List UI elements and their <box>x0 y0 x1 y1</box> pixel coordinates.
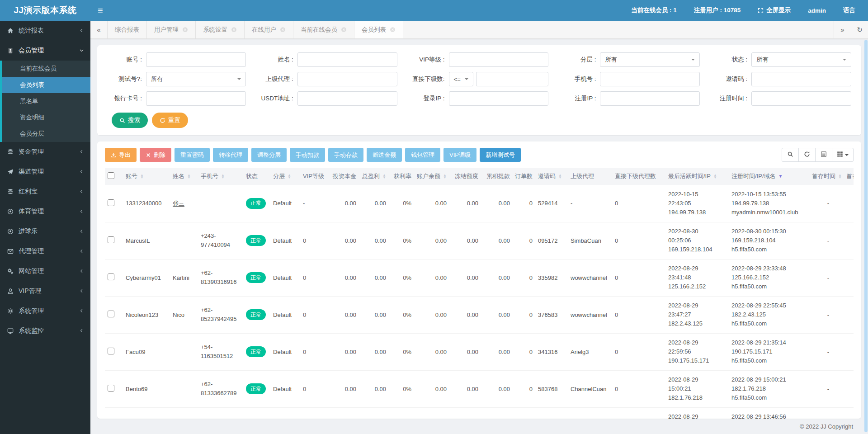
toolbar-button-2[interactable]: 重置密码 <box>175 148 210 162</box>
tab-close-icon[interactable] <box>390 27 396 33</box>
tab-1[interactable]: 用户管理 <box>147 21 196 38</box>
field-input[interactable] <box>751 72 851 86</box>
tab-4[interactable]: 当前在线会员 <box>293 21 354 38</box>
tab-close-icon[interactable] <box>280 27 286 33</box>
paper-plane-icon <box>6 169 14 175</box>
field-input[interactable] <box>449 52 549 67</box>
navbar-item-0[interactable]: 当前在线会员 : 1 <box>631 6 677 14</box>
navbar-item-4[interactable]: 语言 <box>843 6 855 14</box>
toolbar-button-7[interactable]: 赠送金额 <box>367 148 402 162</box>
field-select[interactable]: 所有 <box>600 52 700 67</box>
tab-5[interactable]: 会员列表 <box>354 21 403 38</box>
column-header-7[interactable]: 总盈利▲▼ <box>359 168 389 185</box>
sidebar-item-head[interactable]: 系统监控 <box>0 321 90 341</box>
toolbar-button-8[interactable]: 钱包管理 <box>405 148 440 162</box>
column-header-18[interactable]: 首存时间▲▼ <box>809 168 847 185</box>
field-select[interactable]: 所有 <box>751 52 851 67</box>
compare-operator-select[interactable]: <= <box>449 72 473 86</box>
field-input[interactable] <box>297 52 397 67</box>
column-header-1[interactable]: 姓名▲▼ <box>170 168 198 185</box>
row-checkbox[interactable] <box>108 199 114 206</box>
sidebar-subitem[interactable]: 当前在线会员 <box>2 61 90 77</box>
sidebar-item-head[interactable]: 渠道管理 <box>0 162 90 182</box>
toolbar-button-3[interactable]: 转移代理 <box>213 148 248 162</box>
field-input[interactable] <box>297 91 397 106</box>
tab-close-icon[interactable] <box>231 27 237 33</box>
table-row: Cyberarmy01Kartini+62-81390316916正常Defau… <box>105 259 854 296</box>
select-all-checkbox[interactable] <box>108 172 114 179</box>
tool-list-button[interactable] <box>815 148 832 162</box>
cell-frozen: 0.00 <box>449 222 481 259</box>
column-header-19[interactable]: 首存金额▲▼ <box>847 168 854 185</box>
toolbar-button-1[interactable]: 删除 <box>140 148 171 162</box>
tab-2[interactable]: 系统设置 <box>196 21 245 38</box>
toolbar-button-5[interactable]: 手动扣款 <box>290 148 325 162</box>
tool-search-button[interactable] <box>782 148 799 162</box>
tabs-refresh-button[interactable]: ↻ <box>851 21 868 38</box>
row-checkbox[interactable] <box>108 311 114 317</box>
sort-arrows-icon: ▲▼ <box>221 174 225 179</box>
row-checkbox[interactable] <box>108 274 114 280</box>
tab-close-icon[interactable] <box>182 27 188 33</box>
sidebar-item-head[interactable]: 资金管理 <box>0 142 90 162</box>
tool-grid-button[interactable] <box>832 148 854 162</box>
field-select[interactable]: 所有 <box>146 72 246 86</box>
sidebar-item-head[interactable]: 系统管理 <box>0 301 90 321</box>
row-checkbox[interactable] <box>108 348 114 354</box>
field-input[interactable] <box>146 52 246 67</box>
column-header-16[interactable]: 最后活跃时间/IP▲▼ <box>665 168 729 185</box>
toolbar-button-9[interactable]: VIP调级 <box>443 148 476 162</box>
chevron-down-icon <box>79 47 84 54</box>
sidebar-item-head[interactable]: 体育管理 <box>0 202 90 222</box>
sidebar-item-head[interactable]: 会员管理 <box>0 41 90 61</box>
toolbar-button-10[interactable]: 新增测试号 <box>480 148 521 162</box>
sidebar-item-head[interactable]: 网站管理 <box>0 261 90 281</box>
tool-refresh-button[interactable] <box>798 148 816 162</box>
field-input[interactable] <box>146 91 246 106</box>
reset-button[interactable]: 重置 <box>152 113 188 128</box>
sidebar-subitem[interactable]: 会员列表 <box>2 77 90 93</box>
field-input[interactable] <box>476 72 549 86</box>
navbar-item-3[interactable]: admin <box>808 7 826 14</box>
column-header-0[interactable]: 账号▲▼ <box>123 168 170 185</box>
navbar-item-1[interactable]: 注册用户 : 10785 <box>694 6 741 14</box>
field-input[interactable] <box>297 72 397 86</box>
column-header-9[interactable]: 账户余额▲▼ <box>414 168 449 185</box>
sidebar-item-head[interactable]: 进球乐 <box>0 222 90 241</box>
tab-close-icon[interactable] <box>341 27 347 33</box>
cell-first-deposit-time: - <box>809 370 847 407</box>
field-label: VIP等级 : <box>407 56 449 64</box>
sidebar-item-head[interactable]: 代理管理 <box>0 241 90 261</box>
toolbar-button-4[interactable]: 调整分层 <box>251 148 287 162</box>
field-input[interactable] <box>600 91 700 106</box>
cell-orders: 0 <box>513 259 535 296</box>
column-header-2[interactable]: 手机号▲▼ <box>198 168 243 185</box>
field-input[interactable] <box>600 72 700 86</box>
column-header-4[interactable]: 分层▲▼ <box>270 168 300 185</box>
cell-registered: 2022-08-29 22:55:45182.2.43.125h5.fifa50… <box>729 296 809 333</box>
column-header-13[interactable]: 邀请码▲▼ <box>535 168 568 185</box>
sidebar-toggle-hamburger-icon[interactable]: ≡ <box>90 0 110 21</box>
tabs-scroll-right-button[interactable]: » <box>834 21 851 38</box>
field-input[interactable] <box>449 91 549 106</box>
field-input[interactable] <box>751 91 851 106</box>
column-header-12: 订单数 <box>513 168 535 185</box>
toolbar-button-0[interactable]: 导出 <box>105 148 137 162</box>
sidebar-subitem[interactable]: 会员分层 <box>2 126 90 142</box>
toolbar-button-6[interactable]: 手动存款 <box>328 148 363 162</box>
tab-3[interactable]: 在线用户 <box>245 21 293 38</box>
cell-vip: - <box>300 185 326 222</box>
sidebar-item-head[interactable]: VIP管理 <box>0 281 90 301</box>
sidebar-subitem[interactable]: 黑名单 <box>2 93 90 109</box>
sidebar-item-head[interactable]: 红利宝 <box>0 182 90 202</box>
navbar-item-2[interactable]: 全屏显示 <box>758 6 791 14</box>
row-checkbox[interactable] <box>108 236 114 243</box>
search-button[interactable]: 搜索 <box>112 113 148 128</box>
tab-0[interactable]: 综合报表 <box>108 21 147 38</box>
sidebar-item-head[interactable]: 统计报表 <box>0 21 90 41</box>
sidebar-subitem[interactable]: 资金明细 <box>2 109 90 126</box>
column-header-17[interactable]: 注册时间/IP/域名▼ <box>729 168 809 185</box>
vertical-scrollbar[interactable] <box>864 40 868 432</box>
tabs-scroll-left-button[interactable]: « <box>90 21 108 38</box>
row-checkbox[interactable] <box>108 385 114 392</box>
